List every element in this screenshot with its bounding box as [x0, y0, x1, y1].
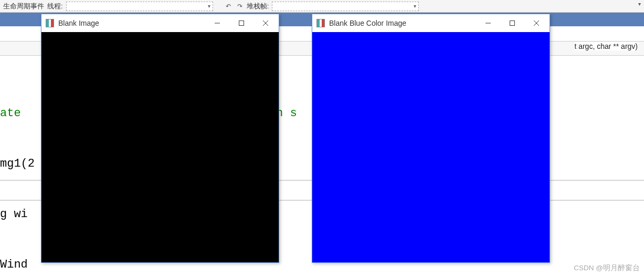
nav-forward-icon[interactable]: ↷: [235, 2, 245, 11]
nav-back-icon[interactable]: ↶: [224, 2, 233, 11]
maximize-button[interactable]: [500, 15, 524, 31]
code-text: g wi: [0, 206, 28, 223]
svg-rect-1: [239, 21, 244, 26]
window-title: Blank Image: [58, 19, 205, 27]
minimize-button[interactable]: [476, 15, 500, 31]
overflow-menu-icon[interactable]: ▾: [638, 1, 641, 7]
opencv-window-blue[interactable]: Blank Blue Color Image: [312, 14, 550, 263]
toolbar-label-lifecycle: 生命周期事件: [3, 2, 44, 11]
watermark: CSDN @明月醉窗台: [574, 263, 640, 273]
maximize-button[interactable]: [229, 15, 254, 31]
toolbar-label-thread: 线程:: [47, 2, 63, 11]
window-title: Blank Blue Color Image: [329, 19, 476, 27]
toolbar-label-stackframe: 堆栈帧:: [247, 2, 269, 11]
close-button[interactable]: [524, 15, 548, 31]
image-canvas: [41, 32, 279, 262]
code-text: Wind: [0, 257, 28, 273]
code-text: mg1(2: [0, 156, 35, 172]
titlebar[interactable]: Blank Blue Color Image: [312, 14, 550, 32]
opencv-window-black[interactable]: Blank Image: [41, 14, 279, 263]
svg-rect-5: [510, 21, 515, 26]
close-button[interactable]: [254, 15, 278, 31]
thread-dropdown[interactable]: ▾: [66, 2, 213, 11]
opencv-app-icon: [316, 19, 325, 27]
chevron-down-icon: ▾: [208, 3, 210, 9]
chevron-down-icon: ▾: [414, 3, 416, 9]
image-canvas: [312, 32, 550, 262]
debug-toolbar: 生命周期事件 线程: ▾ ↶ ↷ 堆栈帧: ▾ ▾: [0, 0, 644, 13]
minimize-button[interactable]: [205, 15, 229, 31]
titlebar[interactable]: Blank Image: [41, 14, 279, 32]
stackframe-dropdown[interactable]: ▾: [272, 2, 419, 11]
code-comment: ate: [0, 105, 28, 122]
opencv-app-icon: [46, 19, 54, 27]
